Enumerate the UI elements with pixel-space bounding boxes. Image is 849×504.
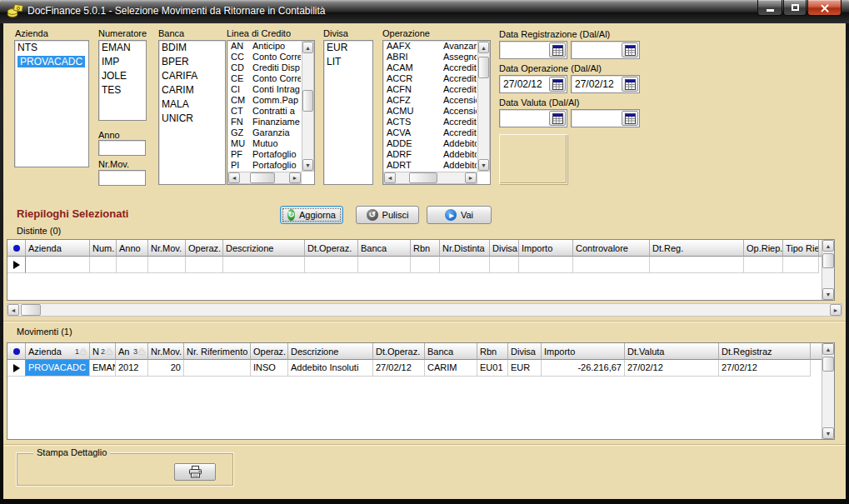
list-item[interactable]: ADRTAddebito Ra (383, 160, 490, 171)
scroll-down-button[interactable]: ▼ (302, 159, 313, 171)
column-header[interactable]: Nr.Mov. (148, 343, 184, 360)
list-item[interactable]: BDIM (159, 41, 225, 55)
list-item[interactable]: ACCRAccredito pe (383, 73, 490, 84)
list-item[interactable]: CARIM (159, 83, 225, 97)
vertical-scrollbar[interactable]: ▲▼ (302, 41, 314, 172)
column-header[interactable]: Dt.Operaz. (373, 343, 425, 360)
column-header[interactable]: Nr.Mov. (148, 240, 186, 257)
column-header[interactable]: N2 (90, 343, 116, 360)
calendar-button[interactable] (622, 42, 638, 57)
current-row-selector[interactable] (7, 360, 26, 377)
column-header[interactable]: Dt.Operaz. (305, 240, 358, 257)
scroll-up-button[interactable]: ▲ (478, 42, 489, 53)
column-header[interactable]: Rbn (411, 240, 440, 257)
data-registrazione-dal-input[interactable] (501, 42, 547, 57)
list-item[interactable]: EMAN (99, 41, 146, 55)
column-header[interactable]: Operaz. (186, 240, 223, 257)
title-bar[interactable]: DocFinance 5.0.1 - Selezione Movimenti d… (0, 0, 849, 23)
column-header[interactable]: Operaz. (251, 343, 288, 360)
list-item[interactable]: PROVACADC (15, 55, 88, 69)
data-valuta-al-input[interactable] (572, 111, 620, 126)
distinte-horizontal-scrollbar[interactable]: ◄► (7, 303, 842, 317)
grid-vertical-scrollbar[interactable]: ▲▼ (822, 343, 834, 439)
list-item[interactable]: ACTSAccredito Te (383, 117, 490, 127)
anno-input[interactable] (98, 140, 146, 156)
maximize-button[interactable] (783, 0, 807, 16)
list-item[interactable]: EUR (324, 41, 372, 55)
data-operazione-dal-input[interactable] (501, 77, 547, 92)
scroll-right-button[interactable]: ► (289, 172, 301, 183)
list-item[interactable]: ADDEAddebito pe (383, 138, 490, 149)
scroll-left-button[interactable]: ◄ (384, 172, 396, 183)
column-header[interactable]: Descrizione (288, 343, 373, 360)
list-item[interactable]: JOLE (99, 69, 146, 83)
scrollbar-thumb[interactable] (478, 57, 489, 78)
list-item[interactable]: ACMUAccensione (383, 106, 490, 117)
banca-listbox[interactable]: BDIMBPERCARIFACARIMMALAUNICR (158, 40, 226, 185)
numeratore-listbox[interactable]: EMANIMPJOLETES (98, 40, 147, 121)
grid-vertical-scrollbar[interactable]: ▲▼ (822, 240, 834, 300)
divisa-listbox[interactable]: EURLIT (323, 40, 373, 185)
operazione-listbox[interactable]: AAFXAvanzamentABRIAssegno BaACAMAccredit… (382, 40, 491, 185)
scroll-up-button[interactable]: ▲ (822, 240, 834, 252)
column-header[interactable]: Azienda1 (26, 343, 90, 360)
column-header[interactable]: Dt.Registraz (719, 343, 811, 360)
column-header[interactable]: Azienda (26, 240, 90, 257)
calendar-button[interactable] (622, 77, 638, 92)
data-valuta-dal-input[interactable] (501, 111, 547, 126)
aggiorna-button[interactable]: ↻Aggiorna (280, 206, 343, 224)
column-header[interactable]: Tipo Rie (783, 240, 819, 257)
list-item[interactable]: LIT (324, 55, 372, 69)
column-header[interactable]: Num. (90, 240, 117, 257)
scroll-down-button[interactable]: ▼ (822, 427, 834, 439)
scrollbar-thumb[interactable] (822, 357, 834, 372)
horizontal-scrollbar[interactable]: ◄► (227, 172, 302, 184)
column-header[interactable]: An3 (116, 343, 148, 360)
column-header[interactable]: Op.Riep. (744, 240, 783, 257)
scrollbar-thumb[interactable] (21, 304, 41, 316)
list-item[interactable]: TES (99, 83, 146, 97)
scrollbar-thumb[interactable] (409, 172, 437, 183)
column-header[interactable]: Importo (542, 343, 625, 360)
close-button[interactable] (807, 0, 842, 16)
scroll-down-button[interactable]: ▼ (822, 288, 834, 300)
list-item[interactable]: ABRIAssegno Ba (383, 52, 490, 62)
azienda-listbox[interactable]: NTSPROVACADC (14, 40, 89, 167)
column-header[interactable]: Dt.Reg. (650, 240, 744, 257)
current-row-selector[interactable] (7, 257, 26, 273)
scroll-up-button[interactable]: ▲ (822, 343, 834, 355)
calendar-button[interactable] (622, 111, 638, 126)
calendar-button[interactable] (549, 111, 566, 126)
pulisci-button[interactable]: ↺Pulisci (356, 206, 419, 224)
list-item[interactable]: IMP (99, 55, 146, 69)
data-operazione-al-input[interactable] (572, 77, 620, 92)
scroll-right-button[interactable]: ► (830, 304, 842, 316)
list-item[interactable]: MALA (159, 97, 225, 112)
list-item[interactable]: ACAMAccredito M (383, 62, 490, 73)
table-row[interactable]: PROVACADCEMAN201220INSOAddebito Insoluti… (7, 360, 834, 377)
list-item[interactable]: ADRFAddebito pe (383, 149, 490, 160)
column-header[interactable]: Nr.Distinta (440, 240, 490, 257)
vai-button[interactable]: ▶Vai (427, 206, 492, 224)
column-header[interactable]: Banca (358, 240, 411, 257)
list-item[interactable]: NTS (15, 41, 88, 55)
minimize-button[interactable] (757, 0, 782, 16)
list-item[interactable]: UNICR (159, 112, 225, 126)
print-button[interactable] (174, 463, 216, 481)
column-header[interactable]: Dt.Valuta (625, 343, 719, 360)
column-header[interactable]: Anno (117, 240, 148, 257)
list-item[interactable]: CARIFA (159, 69, 225, 83)
list-item[interactable]: ACFZAccensione (383, 95, 490, 106)
list-item[interactable]: AAFXAvanzament (383, 41, 490, 52)
scroll-left-button[interactable]: ◄ (7, 304, 19, 316)
scrollbar-thumb[interactable] (822, 253, 834, 268)
column-header[interactable]: Nr. Riferimento (184, 343, 251, 360)
scroll-up-button[interactable]: ▲ (302, 42, 313, 53)
column-header[interactable]: Controvalore (573, 240, 650, 257)
calendar-button[interactable] (549, 42, 566, 57)
column-header[interactable]: Importo (519, 240, 573, 257)
scrollbar-thumb[interactable] (250, 172, 275, 183)
horizontal-scrollbar[interactable]: ◄► (383, 172, 477, 184)
scroll-left-button[interactable]: ◄ (228, 172, 240, 183)
vertical-scrollbar[interactable]: ▲▼ (477, 41, 490, 172)
